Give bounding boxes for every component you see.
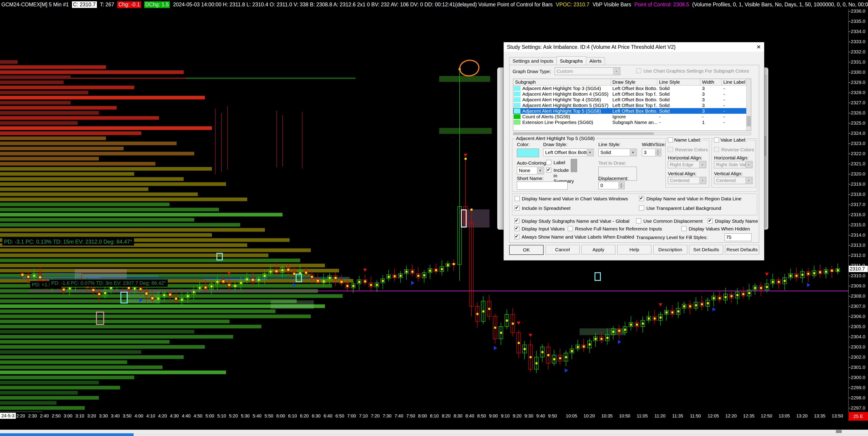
tab-subgraphs[interactable]: Subgraphs	[556, 56, 586, 65]
dropdown-arrow-icon[interactable]	[630, 149, 636, 156]
checkbox-icon[interactable]	[639, 196, 644, 201]
checkbox-icon[interactable]	[515, 206, 520, 210]
list-horizontal-scrollbar[interactable]	[513, 132, 751, 135]
graph-draw-type-select[interactable]: Custom	[555, 67, 620, 75]
close-icon[interactable]: ✕	[754, 43, 763, 51]
scrollbar-thumb[interactable]	[747, 116, 751, 126]
resize-grip-icon[interactable]	[836, 430, 842, 433]
display-values-hidden-checkbox[interactable]: Display Values When Hidden	[681, 226, 750, 232]
time-tick-label: 9:00	[489, 413, 498, 418]
spin-up-icon[interactable]: ▲	[655, 149, 661, 153]
horizontal-align-label: Horizontal Align:	[714, 155, 748, 161]
dropdown-arrow-icon[interactable]	[537, 167, 544, 174]
display-chart-values-checkbox[interactable]: Display Name and Value in Chart Values W…	[515, 196, 628, 201]
always-show-labels-checkbox[interactable]: Always Show Name and Value Labels When E…	[515, 234, 634, 240]
dropdown-arrow-icon[interactable]	[587, 149, 593, 156]
subgraphs-global-checkbox[interactable]: Display Study Subgraphs Name and Value -…	[515, 219, 629, 224]
help-button[interactable]: Help	[617, 245, 651, 255]
displacement-stepper[interactable]: 0 ▲▼	[598, 181, 625, 189]
use-chart-graphics-checkbox[interactable]: Use Chart Graphics Settings For Subgraph…	[636, 68, 749, 74]
dropdown-arrow-icon[interactable]	[613, 68, 620, 74]
scrollbar-thumb[interactable]	[0, 433, 133, 436]
value-v-align-select[interactable]: Centered	[714, 177, 752, 184]
checkbox-icon[interactable]	[639, 206, 644, 210]
description-button[interactable]: Description	[653, 245, 687, 255]
checkbox-icon[interactable]	[546, 168, 551, 172]
cancel-button[interactable]: Cancel	[546, 245, 580, 255]
tab-settings-and-inputs[interactable]: Settings and Inputs	[509, 57, 557, 65]
auto-coloring-select[interactable]: None	[517, 167, 544, 174]
checkbox-icon[interactable]	[515, 226, 519, 231]
display-study-name-checkbox[interactable]: Display Study Name	[708, 219, 758, 224]
subgraph-row-sg56[interactable]: Adjacent Alert Highlight Top 4 (SG56) Le…	[513, 97, 751, 102]
list-vertical-scrollbar[interactable]	[746, 79, 751, 131]
checkbox-icon[interactable]	[568, 226, 573, 231]
reset-defaults-button[interactable]: Reset Defaults	[725, 245, 759, 255]
spin-down-icon[interactable]: ▼	[655, 153, 661, 156]
draw-style-label: Draw Style:	[543, 142, 567, 147]
reverse-colors-checkbox[interactable]: Reverse Colors	[714, 147, 754, 153]
time-tick-label: 10:50	[619, 413, 630, 418]
draw-style-select[interactable]: Left Offset Box Bottor	[543, 148, 594, 156]
time-tick-label: 6:00	[276, 413, 285, 418]
subgraph-list[interactable]: Subgraph Draw Style Line Style Width Lin…	[513, 79, 751, 131]
checkbox-icon[interactable]	[714, 147, 719, 152]
apply-button[interactable]: Apply	[581, 245, 615, 255]
checkbox-icon[interactable]	[546, 160, 551, 165]
scrollbar-thumb[interactable]	[514, 133, 654, 135]
resolve-full-names-checkbox[interactable]: Resolve Full Names for Reference Inputs	[568, 226, 662, 232]
transparency-level-input[interactable]	[724, 233, 752, 241]
subgraph-row-sg55[interactable]: Adjacent Alert Highlight Bottom 4 (SG55)…	[513, 91, 751, 97]
displacement-label: Displacement:	[598, 176, 628, 181]
value-label-checkbox[interactable]	[714, 137, 719, 142]
label-checkbox[interactable]: Label	[546, 160, 565, 165]
time-axis[interactable]: 24-5-3 25 E 2:202:302:402:503:003:103:20…	[0, 412, 868, 421]
line-style-select[interactable]: Solid	[598, 148, 637, 156]
price-tick-label: 2308.0	[849, 293, 865, 299]
width-size-stepper[interactable]: 3 ▲▼	[642, 148, 661, 156]
display-region-line-checkbox[interactable]: Display Name and Value in Region Data Li…	[639, 196, 741, 201]
last-price-badge: C: 2310.7	[72, 1, 97, 8]
checkbox-icon[interactable]	[636, 219, 641, 224]
include-spreadsheet-checkbox[interactable]: Include in Spreadsheet	[515, 206, 570, 211]
dropdown-arrow-icon[interactable]	[746, 177, 752, 183]
subgraph-row-sg54[interactable]: Adjacent Alert Highlight Top 3 (SG54) Le…	[513, 86, 751, 91]
time-tick-label: 7:00	[347, 413, 356, 418]
time-tick-label: 11:05	[637, 413, 648, 418]
checkbox-icon[interactable]	[515, 219, 519, 224]
subgraph-row-sg60[interactable]: Extension Line Properties (SG60) Subgrap…	[513, 120, 751, 125]
subgraph-row-sg57[interactable]: Adjacent Alert Highlight Bottom 5 (SG57)…	[513, 102, 751, 108]
checkbox-icon[interactable]	[681, 226, 686, 231]
subgraph-row-sg58-selected[interactable]: Adjacent Alert Highlight Top 5 (SG58) Le…	[513, 108, 751, 114]
price-tick-label: 2323.0	[849, 141, 865, 146]
value-h-align-select[interactable]: Right Side Value	[714, 161, 752, 168]
short-name-input[interactable]	[517, 181, 567, 190]
tab-alerts[interactable]: Alerts	[586, 57, 605, 65]
chart-horizontal-scrollbar[interactable]	[0, 433, 868, 436]
time-tick-label: 9:30	[525, 413, 533, 418]
color-picker-swatch[interactable]	[517, 148, 539, 157]
checkbox-icon[interactable]	[708, 219, 713, 224]
ok-button[interactable]: OK	[509, 245, 544, 255]
name-h-align-select[interactable]: Right Edge	[668, 161, 706, 168]
time-tick-label: 4:30	[170, 413, 179, 418]
display-input-values-checkbox[interactable]: Display Input Values	[515, 226, 565, 232]
spin-up-icon[interactable]: ▲	[619, 182, 624, 186]
name-v-align-select[interactable]: Centered	[668, 177, 706, 184]
spin-down-icon[interactable]: ▼	[619, 186, 624, 189]
dropdown-arrow-icon[interactable]	[746, 162, 752, 168]
price-axis[interactable]: 2310.7 2336.02335.02334.02333.02332.0233…	[848, 9, 868, 421]
subgraph-row-sg59[interactable]: Count of Alerts (SG59) Ignore---	[513, 114, 751, 120]
dropdown-arrow-icon[interactable]	[699, 177, 706, 183]
checkbox-icon[interactable]	[636, 68, 641, 73]
checkbox-icon[interactable]	[515, 234, 519, 239]
set-defaults-button[interactable]: Set Defaults	[689, 245, 723, 255]
reverse-colors-checkbox[interactable]: Reverse Colors	[668, 147, 708, 153]
checkbox-icon[interactable]	[515, 196, 520, 201]
name-label-checkbox[interactable]	[668, 137, 673, 142]
checkbox-icon[interactable]	[668, 147, 673, 152]
common-displacement-checkbox[interactable]: Use Common Displacement	[636, 219, 703, 224]
time-tick-label: 6:10	[288, 413, 297, 418]
dropdown-arrow-icon[interactable]	[699, 162, 706, 168]
transparent-label-bg-checkbox[interactable]: Use Transparent Label Background	[639, 206, 721, 211]
